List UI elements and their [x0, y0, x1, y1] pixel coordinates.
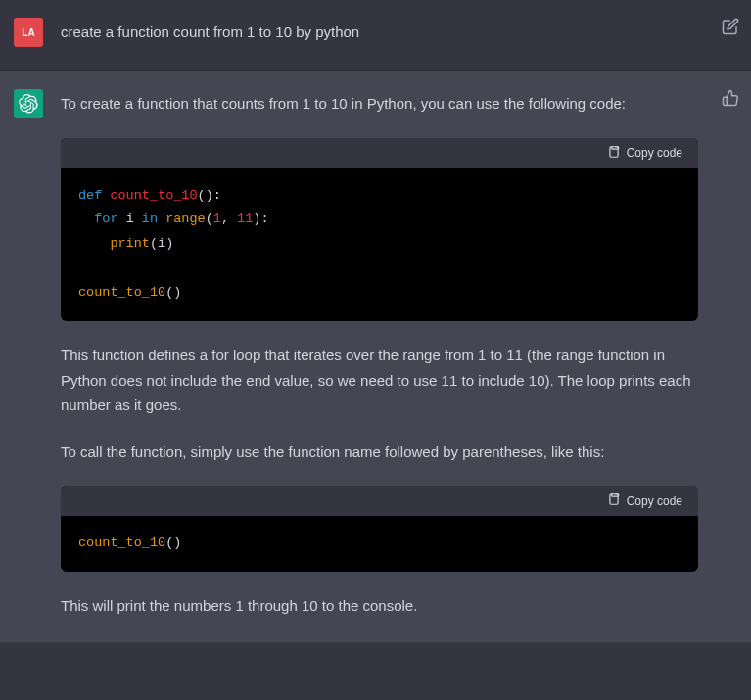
code-header: Copy code [61, 486, 698, 516]
clipboard-icon [607, 492, 621, 509]
assistant-message-content: To create a function that counts from 1 … [61, 89, 737, 619]
call-fn: count_to_10 [78, 285, 165, 300]
code-block-1: Copy code def count_to_10(): for i in ra… [61, 138, 698, 322]
copy-code-button[interactable]: Copy code [607, 492, 682, 509]
user-avatar-label: LA [22, 27, 34, 38]
fn-range: range [165, 211, 206, 226]
copy-code-button[interactable]: Copy code [607, 145, 682, 162]
copy-code-label: Copy code [627, 494, 682, 508]
var-i: i [126, 211, 134, 226]
arg-i: i [158, 236, 165, 251]
assistant-explain-1: This function defines a for loop that it… [61, 343, 698, 418]
user-message-row: LA create a function count from 1 to 10 … [0, 0, 751, 71]
call-fn: count_to_10 [78, 536, 165, 550]
assistant-explain-2: To call the function, simply use the fun… [61, 440, 698, 465]
kw-in: in [142, 211, 158, 226]
fn-name: count_to_10 [110, 188, 197, 203]
assistant-message-row: To create a function that counts from 1 … [0, 71, 751, 643]
copy-code-label: Copy code [627, 146, 682, 160]
kw-def: def [78, 188, 102, 203]
fn-print: print [110, 236, 150, 251]
code-body-1: def count_to_10(): for i in range(1, 11)… [61, 168, 698, 322]
num-1: 1 [213, 211, 221, 226]
edit-icon[interactable] [722, 18, 741, 37]
assistant-intro-text: To create a function that counts from 1 … [61, 91, 698, 117]
num-11: 11 [237, 211, 253, 226]
thumbs-up-icon[interactable] [722, 89, 741, 109]
user-avatar: LA [14, 18, 43, 47]
code-header: Copy code [61, 138, 698, 168]
user-message-text: create a function count from 1 to 10 by … [61, 20, 698, 45]
assistant-avatar [14, 89, 43, 118]
kw-for: for [94, 211, 117, 226]
clipboard-icon [607, 145, 621, 162]
code-block-2: Copy code count_to_10() [61, 486, 698, 572]
assistant-explain-3: This will print the numbers 1 through 10… [61, 593, 698, 619]
user-message-content: create a function count from 1 to 10 by … [61, 18, 737, 45]
code-body-2: count_to_10() [61, 516, 698, 572]
